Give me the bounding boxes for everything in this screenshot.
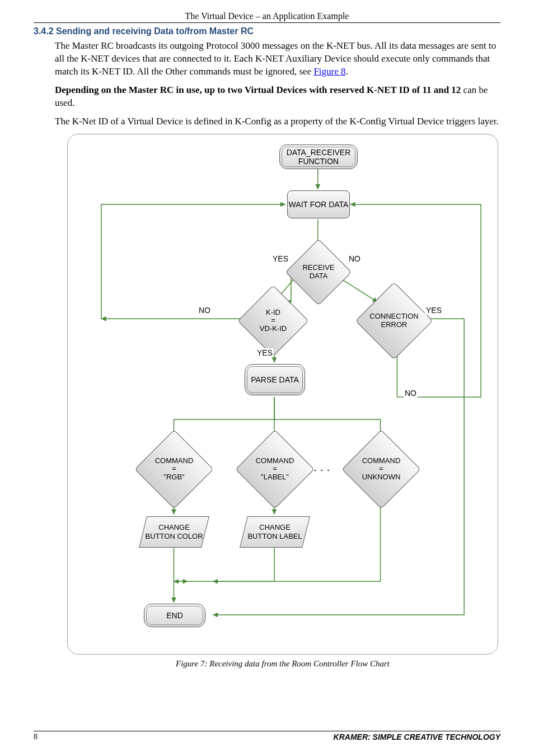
node-receive-data: RECEIVE DATA <box>295 249 342 296</box>
label-conn-no: NO <box>404 389 418 398</box>
figure-caption: Figure 7: Receiving data from the Room C… <box>67 659 498 669</box>
page-number: 8 <box>34 732 38 741</box>
label-receive-no: NO <box>348 254 362 263</box>
label-conn-yes: YES <box>425 306 443 315</box>
flowchart: DATA_RECEIVER FUNCTION WAIT FOR DATA REC… <box>67 134 498 655</box>
node-end: END <box>144 604 205 627</box>
node-change-label: CHANGE BUTTON LABEL <box>240 516 310 548</box>
node-wait-for-data-label: WAIT FOR DATA <box>289 200 349 209</box>
node-conn-err-label: CONNECTION ERROR <box>367 293 421 348</box>
node-end-label: END <box>166 611 183 620</box>
p2-bold: Depending on the Master RC in use, up to… <box>55 85 461 95</box>
paragraph-2: Depending on the Master RC in use, up to… <box>55 84 500 110</box>
label-kid-no: NO <box>198 306 212 315</box>
p1-text-b: . <box>346 66 348 77</box>
paragraph-1: The Master RC broadcasts its outgoing Pr… <box>55 40 500 78</box>
footer-brand: KRAMER: SIMPLE CREATIVE TECHNOLOGY <box>334 732 500 741</box>
node-data-receiver: DATA_RECEIVER FUNCTION <box>279 144 358 169</box>
node-cmd-unknown-label: COMMAND = UNKNOWN <box>353 441 409 497</box>
node-parse-data: PARSE DATA <box>245 364 305 395</box>
node-cmd-label: COMMAND = "LABEL" <box>247 441 303 497</box>
node-change-label-label: CHANGE BUTTON LABEL <box>244 523 306 540</box>
node-receive-data-label: RECEIVE DATA <box>295 249 342 296</box>
section-title: Sending and receiving Data to/from Maste… <box>56 26 254 36</box>
node-ellipsis: . . . <box>313 464 331 473</box>
node-change-color: CHANGE BUTTON COLOR <box>139 516 209 548</box>
node-cmd-label-label: COMMAND = "LABEL" <box>247 441 303 497</box>
node-cmd-rgb: COMMAND = "RGB" <box>146 441 202 497</box>
node-cmd-unknown: COMMAND = UNKNOWN <box>353 441 409 497</box>
section-number: 3.4.2 <box>34 26 54 36</box>
node-kid: K-ID = VD-K-ID <box>248 296 298 346</box>
node-parse-data-label: PARSE DATA <box>251 375 299 384</box>
node-conn-err: CONNECTION ERROR <box>367 293 421 348</box>
page-footer: 8 KRAMER: SIMPLE CREATIVE TECHNOLOGY <box>34 731 500 741</box>
node-change-color-label: CHANGE BUTTON COLOR <box>143 523 205 540</box>
node-kid-label: K-ID = VD-K-ID <box>248 296 298 346</box>
label-receive-yes: YES <box>271 254 289 263</box>
figure-7: DATA_RECEIVER FUNCTION WAIT FOR DATA REC… <box>67 134 498 669</box>
p1-text-a: The Master RC broadcasts its outgoing Pr… <box>55 40 496 77</box>
section-heading: 3.4.2 Sending and receiving Data to/from… <box>34 26 500 36</box>
node-cmd-rgb-label: COMMAND = "RGB" <box>146 441 202 497</box>
figure-8-link[interactable]: Figure 8 <box>313 66 345 77</box>
header-rule <box>34 22 500 23</box>
label-kid-yes: YES <box>256 348 274 357</box>
node-wait-for-data: WAIT FOR DATA <box>287 190 350 218</box>
node-data-receiver-label: DATA_RECEIVER FUNCTION <box>280 148 357 166</box>
paragraph-3: The K-Net ID of a Virtual Device is defi… <box>55 115 500 128</box>
running-header: The Virtual Device – an Application Exam… <box>34 11 500 21</box>
